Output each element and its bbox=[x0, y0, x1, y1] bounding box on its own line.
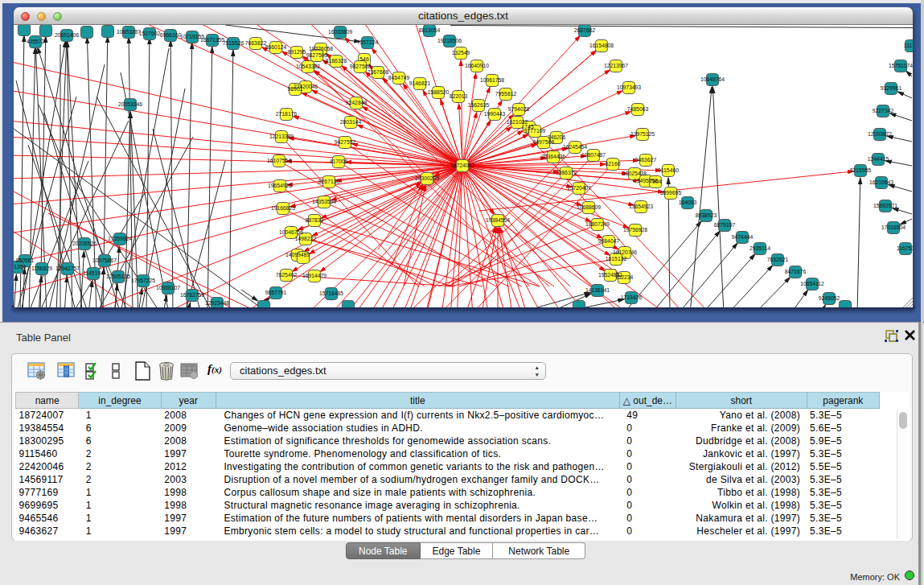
svg-text:7904: 7904 bbox=[649, 179, 661, 184]
svg-text:1990443: 1990443 bbox=[484, 111, 506, 117]
svg-text:7357224: 7357224 bbox=[357, 39, 379, 45]
svg-text:17359924: 17359924 bbox=[108, 236, 132, 241]
svg-text:16671355: 16671355 bbox=[200, 37, 224, 43]
svg-text:7515526: 7515526 bbox=[223, 40, 244, 46]
svg-text:9794028: 9794028 bbox=[508, 106, 530, 112]
svg-text:10046756: 10046756 bbox=[279, 229, 303, 235]
svg-text:8813054: 8813054 bbox=[419, 27, 441, 33]
svg-text:12942757: 12942757 bbox=[55, 266, 80, 271]
svg-text:9242848: 9242848 bbox=[346, 100, 368, 105]
svg-text:10025438: 10025438 bbox=[622, 171, 647, 176]
svg-text:9245052: 9245052 bbox=[819, 295, 840, 301]
svg-text:9329961: 9329961 bbox=[881, 85, 902, 91]
svg-text:10958107: 10958107 bbox=[156, 285, 180, 290]
svg-text:10975867: 10975867 bbox=[92, 257, 117, 263]
svg-text:9463627: 9463627 bbox=[635, 157, 657, 163]
svg-text:10688609: 10688609 bbox=[577, 204, 601, 210]
svg-text:20364436: 20364436 bbox=[541, 154, 565, 159]
svg-text:14099489: 14099489 bbox=[285, 252, 310, 257]
svg-text:9084047: 9084047 bbox=[598, 238, 620, 244]
svg-text:391354: 391354 bbox=[14, 264, 27, 270]
svg-text:8267130: 8267130 bbox=[318, 179, 340, 184]
svg-text:8186328: 8186328 bbox=[326, 58, 347, 64]
svg-text:10654112: 10654112 bbox=[800, 281, 824, 286]
svg-text:7386372: 7386372 bbox=[556, 170, 577, 175]
svg-text:1498222: 1498222 bbox=[295, 236, 317, 241]
svg-text:16245454: 16245454 bbox=[563, 144, 587, 150]
svg-text:16914479: 16914479 bbox=[302, 273, 326, 278]
svg-text:405572: 405572 bbox=[27, 39, 45, 44]
svg-text:19384554: 19384554 bbox=[486, 217, 510, 223]
svg-text:15692971: 15692971 bbox=[873, 203, 897, 208]
svg-text:12505135: 12505135 bbox=[106, 274, 130, 279]
svg-text:16120746: 16120746 bbox=[613, 249, 637, 255]
svg-text:16107554: 16107554 bbox=[267, 158, 291, 163]
svg-text:2935114: 2935114 bbox=[749, 245, 770, 251]
svg-text:19166825: 19166825 bbox=[271, 205, 295, 211]
svg-text:17957225: 17957225 bbox=[131, 278, 155, 283]
svg-text:7663822: 7663822 bbox=[245, 40, 267, 46]
svg-text:7485063: 7485063 bbox=[627, 106, 649, 112]
svg-text:6879197: 6879197 bbox=[714, 222, 736, 228]
svg-text:11174: 11174 bbox=[904, 43, 913, 48]
svg-text:19218506: 19218506 bbox=[437, 38, 462, 43]
svg-text:18300295: 18300295 bbox=[415, 175, 439, 181]
svg-text:16210643: 16210643 bbox=[869, 179, 893, 185]
svg-text:10961758: 10961758 bbox=[480, 77, 504, 83]
svg-text:10653287: 10653287 bbox=[117, 29, 141, 35]
svg-text:15751074: 15751074 bbox=[889, 63, 913, 68]
svg-text:12213389: 12213389 bbox=[269, 134, 294, 139]
svg-text:20053346: 20053346 bbox=[118, 101, 142, 107]
svg-text:9115460: 9115460 bbox=[658, 167, 679, 173]
svg-text:8471676: 8471676 bbox=[785, 269, 807, 274]
svg-text:850561: 850561 bbox=[16, 257, 35, 263]
svg-text:10543382: 10543382 bbox=[296, 64, 320, 69]
svg-text:1733426: 1733426 bbox=[621, 295, 643, 300]
svg-text:1244415: 1244415 bbox=[868, 156, 889, 162]
svg-text:16782759: 16782759 bbox=[180, 292, 204, 298]
svg-text:9146821: 9146821 bbox=[409, 80, 431, 86]
svg-text:2718176: 2718176 bbox=[276, 111, 298, 117]
svg-text:20691406: 20691406 bbox=[55, 32, 79, 38]
svg-text:15716485: 15716485 bbox=[319, 290, 343, 296]
svg-text:1588520: 1588520 bbox=[428, 89, 450, 95]
svg-text:62160: 62160 bbox=[606, 161, 621, 167]
svg-text:8454749: 8454749 bbox=[388, 75, 410, 80]
svg-text:752234: 752234 bbox=[615, 274, 634, 280]
svg-text:10807487: 10807487 bbox=[581, 152, 606, 158]
svg-text:12213967: 12213967 bbox=[604, 63, 628, 68]
svg-text:2803144: 2803144 bbox=[340, 119, 362, 125]
svg-text:19756928: 19756928 bbox=[623, 227, 647, 233]
svg-text:18724007: 18724007 bbox=[450, 163, 474, 168]
svg-text:1156829: 1156829 bbox=[31, 266, 52, 271]
svg-text:14353594: 14353594 bbox=[312, 199, 336, 204]
svg-text:546: 546 bbox=[359, 56, 369, 62]
svg-text:19654925: 19654925 bbox=[268, 183, 292, 188]
svg-text:98901: 98901 bbox=[288, 86, 303, 92]
svg-text:15720407: 15720407 bbox=[567, 185, 591, 191]
svg-text:9427552: 9427552 bbox=[335, 139, 356, 145]
svg-text:2687662: 2687662 bbox=[574, 27, 596, 33]
svg-text:6966160: 6966160 bbox=[160, 32, 182, 38]
svg-text:9777109: 9777109 bbox=[524, 128, 546, 134]
svg-text:887833: 887833 bbox=[306, 217, 324, 223]
svg-text:891295: 891295 bbox=[288, 49, 306, 55]
svg-text:1145194: 1145194 bbox=[83, 270, 104, 276]
svg-text:132549: 132549 bbox=[452, 50, 470, 56]
svg-text:2367608: 2367608 bbox=[368, 69, 389, 75]
svg-text:417006: 417006 bbox=[330, 159, 348, 164]
svg-text:7625402: 7625402 bbox=[276, 272, 298, 278]
svg-text:9474444: 9474444 bbox=[732, 234, 754, 240]
svg-text:9827503: 9827503 bbox=[306, 52, 328, 58]
svg-text:18226058: 18226058 bbox=[309, 46, 333, 51]
svg-text:8215955: 8215955 bbox=[850, 167, 872, 173]
svg-text:164093: 164093 bbox=[679, 200, 697, 205]
svg-text:13975125: 13975125 bbox=[630, 131, 655, 137]
svg-text:7955812: 7955812 bbox=[495, 91, 517, 97]
svg-text:16033809: 16033809 bbox=[328, 29, 352, 35]
svg-text:7632621: 7632621 bbox=[767, 257, 789, 262]
svg-text:822013: 822013 bbox=[450, 93, 468, 99]
svg-text:10648764: 10648764 bbox=[700, 76, 725, 82]
svg-text:13654923: 13654923 bbox=[629, 204, 653, 209]
svg-text:9827508: 9827508 bbox=[350, 64, 372, 69]
